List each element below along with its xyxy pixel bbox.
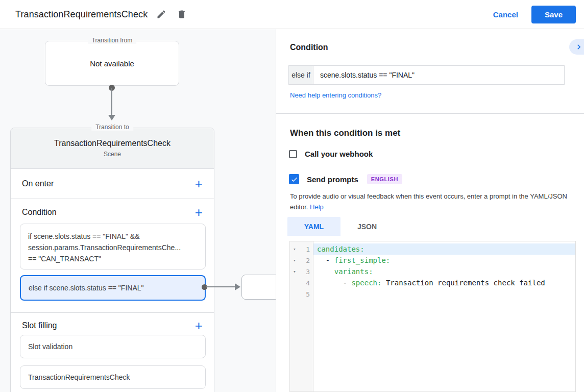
slot-item-label: TransactionRequirementsCheck [28, 373, 130, 381]
tab-json[interactable]: JSON [340, 217, 394, 236]
scene-name: TransactionRequirementsCheck [54, 139, 171, 148]
code-key: speech: [351, 279, 381, 287]
fold-toggle-icon[interactable]: ▾ [290, 258, 299, 263]
transition-from-box: Transition from Not available [45, 41, 179, 86]
slot-item[interactable]: TransactionRequirementsCheck [20, 365, 206, 389]
checkbox-unchecked[interactable] [289, 150, 297, 158]
edit-icon[interactable] [155, 8, 168, 21]
line-number: 2 [299, 257, 313, 264]
code-text [317, 267, 334, 276]
code-value: Transaction requirements check failed [381, 279, 545, 287]
condition-label: Condition [22, 208, 57, 217]
add-condition-button[interactable]: + [192, 206, 206, 219]
code-key: candidates: [317, 245, 364, 253]
slot-item[interactable]: Slot validation [20, 335, 206, 358]
transition-out-line [206, 286, 235, 287]
collapse-panel-button[interactable] [569, 39, 584, 55]
editor-code-area[interactable]: candidates: - first_simple: variants: - … [313, 241, 575, 391]
when-met-heading: When this condition is met [290, 128, 400, 138]
page-title: TransactionRequirementsCheck [15, 9, 148, 20]
scene-card: Transition to TransactionRequirementsChe… [10, 128, 214, 392]
conditions-help-link[interactable]: Need help entering conditions? [290, 91, 381, 99]
fold-toggle-icon[interactable]: ▾ [290, 247, 299, 252]
checkbox-checked[interactable] [289, 174, 299, 184]
condition-item[interactable]: if scene.slots.status == "FINAL" && sess… [20, 224, 206, 270]
connector-arrowhead [108, 115, 115, 120]
on-enter-label: On enter [22, 179, 54, 188]
topbar: TransactionRequirementsCheck Cancel Save [0, 0, 584, 29]
send-prompts-label: Send prompts [307, 175, 358, 184]
connector-line [111, 88, 112, 115]
send-prompts-checkbox-row[interactable]: Send prompts ENGLISH [289, 174, 402, 184]
scene-diagram-canvas: Transition from Not available Transition… [0, 29, 276, 392]
code-line[interactable]: - first_simple: [313, 255, 575, 266]
line-number: 3 [299, 268, 313, 276]
condition-expression-row: else if [288, 65, 565, 85]
slot-item-label: Slot validation [28, 342, 72, 351]
panel-divider [276, 113, 584, 114]
code-line[interactable]: candidates: [313, 243, 575, 255]
prompt-description: To provide audio or visual feedback when… [290, 191, 577, 213]
prompt-help-link[interactable]: Help [310, 203, 324, 211]
cancel-button[interactable]: Cancel [493, 10, 518, 19]
line-number: 4 [299, 279, 313, 287]
condition-item-selected[interactable]: else if scene.slots.status == "FINAL" [20, 275, 206, 301]
code-line[interactable]: variants: [313, 266, 575, 277]
save-button[interactable]: Save [531, 6, 576, 23]
slot-filling-label: Slot filling [22, 321, 57, 330]
code-text: - [317, 256, 334, 264]
condition-prefix: else if [288, 65, 313, 85]
transition-from-label: Transition from [88, 37, 137, 44]
condition-expression-input[interactable] [313, 65, 565, 85]
section-condition: Condition + [11, 199, 214, 226]
condition-line: else if scene.slots.status == "FINAL" [29, 282, 143, 293]
check-icon [290, 176, 298, 183]
yaml-editor[interactable]: ▾ 1 ▾ 2 ▾ 3 4 5 [289, 241, 576, 392]
transition-to-label: Transition to [91, 124, 133, 131]
scene-card-header: Transition to TransactionRequirementsChe… [11, 128, 214, 169]
transition-out-arrowhead [235, 283, 240, 290]
transition-target-box[interactable] [241, 275, 276, 300]
webhook-label: Call your webhook [305, 150, 373, 158]
code-line[interactable]: - speech: Transaction requirements check… [313, 277, 575, 288]
line-number: 1 [299, 246, 313, 253]
editor-tabs: YAML JSON [287, 217, 394, 236]
prompt-description-text: To provide audio or visual feedback when… [290, 192, 567, 211]
condition-panel: Condition else if Need help entering con… [276, 29, 584, 392]
transition-from-content: Not available [90, 59, 134, 68]
fold-toggle-icon[interactable]: ▾ [290, 269, 299, 274]
trash-icon[interactable] [175, 8, 188, 21]
code-key: first_simple: [334, 256, 391, 264]
code-line[interactable] [313, 288, 575, 300]
scene-type: Scene [104, 151, 121, 158]
tab-yaml[interactable]: YAML [287, 217, 340, 236]
section-on-enter: On enter + [11, 169, 214, 199]
code-text: - [317, 279, 351, 287]
code-key: variants: [334, 267, 373, 276]
add-slot-button[interactable]: + [192, 319, 206, 332]
webhook-checkbox-row[interactable]: Call your webhook [289, 150, 373, 158]
condition-line: == "CAN_TRANSACT" [28, 253, 198, 264]
scene-editor: TransactionRequirementsCheck Cancel Save… [0, 0, 584, 392]
add-on-enter-button[interactable]: + [192, 177, 206, 190]
chevron-right-icon [574, 42, 584, 52]
line-number: 5 [299, 290, 313, 298]
condition-line: if scene.slots.status == "FINAL" && [28, 231, 198, 242]
editor-gutter: ▾ 1 ▾ 2 ▾ 3 4 5 [290, 241, 313, 391]
panel-title: Condition [290, 43, 328, 52]
condition-line: session.params.TransactionRequirementsCh… [28, 242, 198, 253]
language-badge: ENGLISH [367, 174, 402, 184]
